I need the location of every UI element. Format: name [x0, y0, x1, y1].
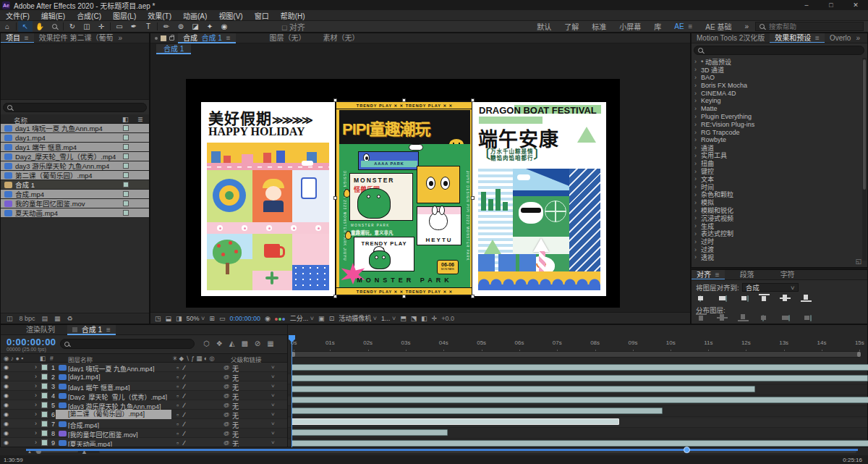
minimize-button[interactable]: – — [794, 0, 819, 10]
quality-switch-icon[interactable]: ▫ — [176, 364, 179, 371]
expand-arrow-icon[interactable]: › — [694, 152, 701, 159]
parent-dropdown-arrow[interactable]: ˅ — [271, 374, 275, 380]
color-depth-button[interactable]: 8 bpc — [20, 315, 35, 322]
delete-icon[interactable]: ♻ — [67, 315, 73, 322]
parent-dropdown-arrow[interactable]: ˅ — [271, 421, 275, 427]
label-color-chip[interactable] — [41, 430, 48, 436]
workspace-default[interactable]: 默认 — [530, 21, 558, 32]
poster-happy-holiday[interactable]: 美好假期≫≫≫≫ HAPPY HOLIDAY — [201, 102, 335, 296]
selection-handle[interactable] — [402, 295, 406, 298]
menu-window[interactable]: 窗口 — [249, 10, 275, 21]
expand-arrow-icon[interactable]: › — [35, 401, 37, 408]
expand-arrow-icon[interactable]: › — [35, 382, 37, 389]
timeline-search-input[interactable] — [72, 338, 174, 350]
label-color-chip[interactable] — [123, 153, 129, 159]
layer-duration-bar[interactable] — [292, 375, 868, 381]
timeline-layer-row[interactable]: ◉ › 4 [Day2_摩天轮_雪儿（优秀）.mp4] ▫ ∕ @ 无 ˅ — [1, 391, 287, 400]
selection-handle[interactable] — [471, 295, 475, 298]
expand-arrow-icon[interactable]: › — [35, 373, 37, 380]
collapse-switch-icon[interactable]: ∕ — [184, 392, 185, 400]
brush-tool-icon[interactable]: ✏ — [159, 21, 174, 32]
collapse-switch-icon[interactable]: ∕ — [184, 430, 185, 437]
snap-checkbox[interactable]: □ 对齐 — [282, 21, 305, 33]
tab-overflow-chevron[interactable]: » — [856, 34, 860, 42]
quality-switch-icon[interactable]: ▫ — [176, 374, 179, 381]
label-color-chip[interactable] — [41, 402, 48, 408]
expand-arrow-icon[interactable]: › — [694, 238, 701, 245]
tab-overflow-chevron[interactable]: » — [118, 34, 122, 42]
timeline-layer-row[interactable]: ◉ › 2 [day1.mp4] ▫ ∕ @ 无 ˅ — [1, 372, 287, 381]
quality-switch-icon[interactable]: ▫ — [176, 392, 179, 400]
workspace-standard[interactable]: 标准 — [585, 21, 613, 32]
distribute-right-icon[interactable] — [801, 313, 812, 321]
visibility-eye-icon[interactable]: ◉ — [4, 430, 9, 436]
parent-pickwhip-icon[interactable]: @ — [224, 421, 229, 427]
pixel-aspect-icon[interactable]: ⬒ — [400, 315, 407, 322]
expand-arrow-icon[interactable]: › — [694, 129, 701, 136]
visibility-eye-icon[interactable]: ◉ — [4, 383, 9, 389]
collapse-switch-icon[interactable]: ∕ — [184, 383, 185, 390]
visibility-eye-icon[interactable]: ◉ — [4, 439, 9, 446]
motion-blur-icon[interactable]: ⊘ — [255, 339, 260, 347]
menu-layer[interactable]: 图层(L) — [107, 10, 142, 21]
align-right-icon[interactable] — [738, 294, 749, 302]
collapse-switch-icon[interactable]: ∕ — [184, 374, 185, 381]
workspace-libraries[interactable]: 库 — [647, 21, 668, 32]
label-color-chip[interactable] — [41, 364, 48, 371]
puppet-pin-tool-icon[interactable]: ◉ — [217, 21, 231, 32]
timeline-layer-row[interactable]: ◉ › 5 [day3 游乐摩天轮 九鱼Ann.mp4] ▫ ∕ @ 无 ˅ — [1, 400, 287, 410]
workspace-learn[interactable]: 了解 — [558, 21, 585, 32]
workspace-overflow-chevron[interactable]: » — [738, 22, 755, 30]
parent-pickwhip-icon[interactable]: @ — [224, 392, 229, 399]
selection-handle[interactable] — [333, 295, 337, 298]
effects-search[interactable] — [694, 46, 864, 55]
tab-character[interactable]: 字符 — [775, 270, 800, 280]
project-item-row[interactable]: day1 嗨玩一夏 九鱼Ann.mp4 — [1, 124, 149, 133]
camera-tool-icon[interactable]: ◫ — [80, 21, 94, 32]
grid-guides-icon[interactable]: ⊞ — [209, 315, 215, 322]
close-button[interactable]: ✕ — [843, 0, 868, 10]
label-color-chip[interactable] — [123, 135, 129, 140]
label-color-chip[interactable] — [41, 411, 48, 418]
collapse-switch-icon[interactable]: ∕ — [184, 439, 185, 447]
effects-scrollbar[interactable] — [862, 58, 867, 261]
timeline-button-icon[interactable]: ◧ — [421, 315, 427, 322]
type-tool-icon[interactable]: T — [141, 21, 156, 32]
label-color-chip[interactable] — [41, 421, 48, 427]
workspace-ae-basic[interactable]: AE 基础 — [699, 21, 738, 32]
flowchart-button-icon[interactable]: ✛ — [432, 315, 438, 322]
snapshot-icon[interactable]: ◉ — [265, 315, 271, 322]
expand-arrow-icon[interactable]: › — [694, 253, 701, 261]
exposure-control[interactable]: +0.0 — [441, 315, 454, 322]
shape-tool-icon[interactable]: ▭ — [112, 21, 127, 32]
home-tool-icon[interactable]: ⌂ — [0, 21, 14, 32]
visibility-eye-icon[interactable]: ◉ — [4, 374, 9, 380]
visibility-eye-icon[interactable]: ◉ — [4, 392, 9, 399]
quality-switch-icon[interactable]: ▫ — [176, 402, 179, 409]
lock-icon[interactable] — [169, 36, 174, 41]
layer-duration-bar[interactable] — [292, 386, 755, 392]
effects-group-row[interactable]: › Boris FX Mocha — [692, 81, 864, 89]
graph-editor-icon[interactable]: ▦ — [267, 339, 273, 347]
player-progress-bar[interactable] — [26, 449, 858, 451]
expand-arrow-icon[interactable]: › — [694, 183, 701, 190]
pen-tool-icon[interactable]: ✒ — [127, 21, 141, 32]
player-progress-handle[interactable] — [684, 447, 690, 453]
effects-group-row[interactable]: › 透视 — [692, 253, 864, 261]
selection-handle[interactable] — [333, 196, 337, 200]
primary-viewer-icon[interactable]: ⬓ — [166, 315, 172, 322]
parent-dropdown-arrow[interactable]: ˅ — [271, 392, 275, 399]
expand-arrow-icon[interactable]: › — [694, 136, 701, 143]
parent-dropdown-arrow[interactable]: ˅ — [271, 364, 275, 371]
hide-shy-icon[interactable]: ◭ — [229, 339, 235, 347]
expand-arrow-icon[interactable]: › — [694, 168, 701, 175]
resolution-select[interactable]: 二分... ˅ — [290, 313, 314, 323]
expand-arrow-icon[interactable]: › — [694, 144, 701, 151]
expand-arrow-icon[interactable]: › — [35, 429, 37, 436]
parent-pickwhip-icon[interactable]: @ — [224, 430, 229, 436]
project-item-row[interactable]: 夏天动画.mp4 — [1, 208, 149, 218]
always-preview-icon[interactable]: ◳ — [155, 315, 161, 322]
effects-group-row[interactable]: › 实用工具 — [692, 152, 864, 160]
align-bottom-icon[interactable] — [801, 294, 812, 302]
label-color-chip[interactable] — [123, 172, 129, 178]
